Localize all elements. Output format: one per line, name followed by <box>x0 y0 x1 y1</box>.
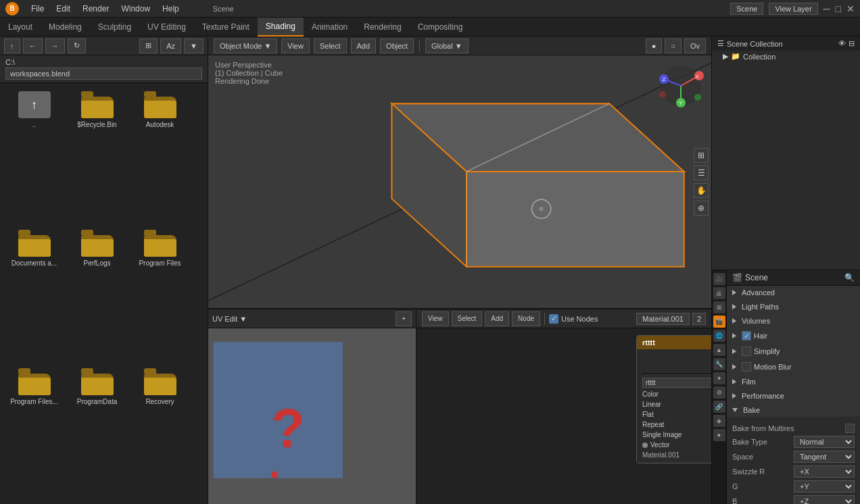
tab-modeling[interactable]: Modeling <box>41 18 90 36</box>
node-view-btn[interactable]: View <box>422 311 449 326</box>
motion-blur-section: Motion Blur <box>727 359 860 375</box>
simplify-header[interactable]: Simplify <box>727 344 860 359</box>
tab-shading[interactable]: Shading <box>258 18 304 36</box>
close-btn[interactable]: ✕ <box>846 3 855 14</box>
volumes-header[interactable]: Volumes <box>727 314 860 328</box>
search-icon[interactable]: 🔍 <box>844 273 855 282</box>
file-label: Program Files... <box>10 398 58 405</box>
list-item[interactable]: ↑ .. <box>5 89 63 222</box>
tab-sculpting[interactable]: Sculpting <box>90 18 139 36</box>
shading-render-btn[interactable]: ○ <box>665 39 682 53</box>
add-btn[interactable]: Add <box>351 39 377 53</box>
camera-icon[interactable]: ⊞ <box>694 148 709 163</box>
vector-input-socket[interactable] <box>642 443 648 448</box>
grid-icon[interactable]: ☰ <box>694 166 709 180</box>
filter-btn[interactable]: ▼ <box>184 39 204 53</box>
material-selector[interactable]: Material.001 <box>636 313 690 325</box>
uv-add-btn[interactable]: + <box>396 311 412 326</box>
world-icon[interactable]: 🌐 <box>713 330 725 342</box>
eye-icon[interactable]: 👁 <box>838 39 846 48</box>
motion-blur-header[interactable]: Motion Blur <box>727 359 860 374</box>
light-paths-header[interactable]: Light Paths <box>727 300 860 313</box>
filter-icon[interactable]: ⊟ <box>849 39 855 48</box>
tab-animation[interactable]: Animation <box>304 18 356 36</box>
hand-icon[interactable]: ✋ <box>694 183 709 198</box>
performance-header[interactable]: Performance <box>727 389 860 403</box>
node-select-btn[interactable]: Select <box>452 311 483 326</box>
menu-help[interactable]: Help <box>157 3 185 15</box>
bake-type-dropdown[interactable]: Normal Combined Diffuse Emit <box>794 436 855 448</box>
maximize-btn[interactable]: □ <box>836 3 841 14</box>
swizzle-r-dropdown[interactable]: +X-X+Y-Y+Z-Z <box>794 465 855 478</box>
list-item[interactable]: Program Files <box>131 227 189 360</box>
transform-btn[interactable]: Global ▼ <box>425 39 469 53</box>
hair-label: Hair <box>754 332 767 340</box>
node-btn[interactable]: Node <box>512 311 540 326</box>
object-icon[interactable]: ▲ <box>713 344 725 356</box>
filename-input[interactable] <box>5 68 202 80</box>
film-header[interactable]: Film <box>727 375 860 388</box>
tab-layout[interactable]: Layout <box>0 18 41 36</box>
tab-compositing[interactable]: Compositing <box>410 18 471 36</box>
list-item[interactable]: PerfLogs <box>68 227 126 360</box>
shading-solid-btn[interactable]: ● <box>646 39 663 53</box>
simplify-checkbox[interactable] <box>742 347 751 356</box>
zoom-icon[interactable]: ⊕ <box>694 201 709 216</box>
modifier-icon[interactable]: 🔧 <box>713 358 725 370</box>
menu-render[interactable]: Render <box>77 3 114 15</box>
tab-rendering[interactable]: Rendering <box>356 18 409 36</box>
sort-btn[interactable]: Az <box>160 39 181 53</box>
nav-back-btn[interactable]: ← <box>23 39 43 53</box>
view-layer-icon[interactable]: ⊞ <box>713 301 725 313</box>
list-item[interactable]: Recovery <box>131 366 189 499</box>
scene-input[interactable]: Scene <box>730 3 763 15</box>
film-section: Film <box>727 375 860 389</box>
use-nodes-checkbox[interactable]: ✓ <box>549 314 558 324</box>
data-icon[interactable]: ◈ <box>713 415 725 427</box>
viewport-3d[interactable]: User Perspective (1) Collection | Cube R… <box>208 55 711 308</box>
bake-multires-checkbox[interactable] <box>845 424 855 433</box>
view-toggle-btn[interactable]: ⊞ <box>139 39 158 53</box>
list-item[interactable]: Program Files... <box>5 366 63 499</box>
list-item[interactable]: ▶ 📁 Collection <box>712 51 860 62</box>
node-rtttt[interactable]: rtttt Color Alpha <box>636 335 711 463</box>
hair-checkbox[interactable]: ✓ <box>742 331 751 341</box>
output-icon[interactable]: 🖨 <box>713 287 725 299</box>
tab-texture-paint[interactable]: Texture Paint <box>194 18 258 36</box>
list-item[interactable]: Autodesk <box>131 89 189 222</box>
space-dropdown[interactable]: Tangent Object <box>794 451 855 463</box>
minimize-btn[interactable]: ─ <box>823 3 830 14</box>
list-item[interactable]: ProgramData <box>68 366 126 499</box>
physics-icon[interactable]: ⚙ <box>713 386 725 399</box>
scene-icon[interactable]: 🎬 <box>713 316 725 328</box>
node-add-btn[interactable]: Add <box>485 311 509 326</box>
view-layer-input[interactable]: View Layer <box>769 3 817 15</box>
menu-file[interactable]: File <box>26 3 49 15</box>
select-btn[interactable]: Select <box>314 39 347 53</box>
particles-icon[interactable]: ✦ <box>713 372 725 384</box>
menu-edit[interactable]: Edit <box>51 3 76 15</box>
tab-uv-editing[interactable]: UV Editing <box>139 18 194 36</box>
uv-mode-btn[interactable]: UV Edit ▼ <box>212 315 247 323</box>
list-item[interactable]: $Recycle.Bin <box>68 89 126 222</box>
refresh-btn[interactable]: ↻ <box>68 39 86 53</box>
uv-preview: ? <box>208 328 416 504</box>
motion-blur-checkbox[interactable] <box>742 362 751 372</box>
swizzle-g-dropdown[interactable]: +Y+X-X-Y+Z-Z <box>794 480 855 493</box>
nav-up-btn[interactable]: ↑ <box>4 39 20 53</box>
render-icon[interactable]: 🎥 <box>713 273 725 285</box>
swizzle-b-dropdown[interactable]: +Z+X-X+Y-Y-Z <box>794 495 855 504</box>
view-btn[interactable]: View <box>281 39 310 53</box>
hair-header[interactable]: ✓ Hair <box>727 328 860 343</box>
object-btn[interactable]: Object <box>380 39 414 53</box>
viewport-mode-btn[interactable]: Object Mode ▼ <box>214 39 277 53</box>
overlay-btn[interactable]: Ov <box>684 39 706 53</box>
viewport-gizmo[interactable]: X Y Z <box>657 62 704 111</box>
menu-window[interactable]: Window <box>116 3 156 15</box>
constraints-icon[interactable]: 🔗 <box>713 401 725 413</box>
list-item[interactable]: Documents a... <box>5 227 63 360</box>
bake-header[interactable]: Bake <box>727 403 860 417</box>
nav-forward-btn[interactable]: → <box>45 39 65 53</box>
advanced-header[interactable]: Advanced <box>727 286 860 299</box>
material-icon[interactable]: ● <box>713 429 725 441</box>
